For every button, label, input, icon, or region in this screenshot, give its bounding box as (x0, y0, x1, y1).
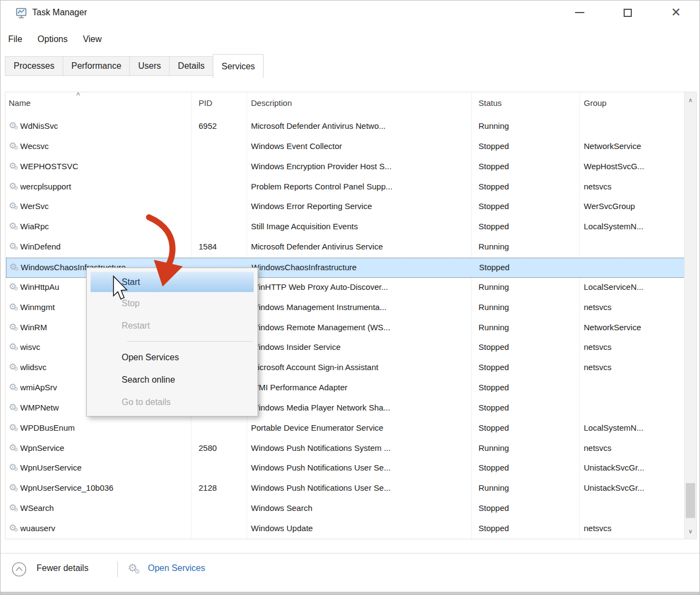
cell-status: Stopped (478, 523, 509, 533)
tab-strip: ProcessesPerformanceUsersDetailsServices (5, 54, 264, 78)
service-gear-icon (9, 422, 19, 433)
cell-status: Running (478, 302, 509, 312)
context-menu-separator (127, 341, 253, 342)
table-row[interactable]: WpnUserService_10b036 2128 Windows Push … (6, 479, 685, 499)
cell-pid: 1584 (199, 242, 217, 251)
cell-description: Microsoft Account Sign-in Assistant (251, 362, 378, 372)
scrollbar-thumb[interactable] (686, 483, 695, 518)
tab-services[interactable]: Services (213, 54, 264, 78)
cell-group: LocalSystemN... (584, 423, 643, 432)
cell-description: Microsoft Defender Antivirus Service (251, 242, 383, 251)
table-row[interactable]: wuauserv Windows Update Stopped netsvcs (6, 519, 685, 539)
column-header-pid[interactable]: PID (199, 98, 212, 108)
menu-bar: FileOptionsView (1, 27, 101, 52)
cell-description: Windows Remote Management (WS... (251, 323, 390, 332)
cell-status: Stopped (478, 503, 509, 513)
cell-group: UnistackSvcGr... (584, 483, 644, 492)
service-gear-icon (9, 402, 19, 413)
service-context-menu: StartStopRestartOpen ServicesSearch onli… (86, 267, 258, 416)
cell-description: Windows Push Notifications User Se... (251, 463, 391, 472)
tab-performance[interactable]: Performance (63, 56, 130, 76)
title-bar: Task Manager (1, 1, 699, 27)
tab-users[interactable]: Users (129, 56, 170, 76)
context-menu-item-open-services[interactable]: Open Services (87, 346, 258, 368)
table-row[interactable]: WSearch Windows Search Stopped (6, 499, 685, 519)
scroll-up-icon[interactable] (685, 93, 696, 106)
tab-processes[interactable]: Processes (5, 56, 63, 76)
cell-description: Windows Push Notifications User Se... (251, 483, 391, 492)
service-gear-icon (9, 502, 19, 513)
cell-status: Stopped (478, 383, 509, 392)
cell-group: WerSvcGroup (584, 201, 635, 211)
service-gear-icon (9, 140, 19, 151)
cell-status: Stopped (478, 362, 509, 372)
fewer-details-icon[interactable] (11, 562, 27, 577)
maximize-icon (624, 9, 632, 17)
cell-description: Windows Error Reporting Service (251, 201, 372, 211)
table-row[interactable]: WdNisSvc 6952 Microsoft Defender Antivir… (6, 117, 685, 137)
column-header-status[interactable]: Status (478, 98, 502, 108)
table-row[interactable]: WerSvc Windows Error Reporting Service S… (6, 197, 685, 217)
column-header-description[interactable]: Description (251, 98, 292, 108)
context-menu-item-search-online[interactable]: Search online (87, 368, 258, 391)
minimize-button[interactable] (567, 1, 592, 25)
cell-description: WMI Performance Adapter (251, 383, 348, 392)
footer-divider (1, 553, 699, 554)
cell-status: Stopped (479, 263, 510, 272)
cell-name: WinHttpAu (20, 282, 59, 291)
table-row[interactable]: WpnService 2580 Windows Push Notificatio… (6, 439, 685, 459)
cell-name: WMPNetw (20, 403, 59, 412)
minimize-icon (575, 12, 584, 13)
cell-group: netsvcs (584, 523, 612, 533)
service-gear-icon (9, 301, 19, 312)
table-row[interactable]: Wecsvc Windows Event Collector Stopped N… (6, 137, 685, 157)
window-bottom-edge (1, 592, 699, 595)
cell-name: wmiApSrv (20, 383, 57, 392)
context-menu-item-start[interactable]: Start (91, 272, 254, 292)
scroll-down-icon[interactable] (685, 525, 696, 538)
cell-description: Windows Event Collector (251, 141, 342, 151)
cell-status: Stopped (478, 141, 509, 151)
close-button[interactable] (663, 1, 689, 25)
cell-status: Stopped (478, 182, 509, 191)
fewer-details-button[interactable]: Fewer details (37, 563, 88, 573)
service-gear-icon (9, 181, 19, 192)
cell-group: UnistackSvcGr... (584, 463, 644, 472)
service-gear-icon (9, 442, 19, 453)
task-manager-window: Task Manager FileOptionsView ProcessesPe… (0, 0, 700, 595)
menu-options[interactable]: Options (38, 34, 68, 44)
cell-name: WinDefend (20, 242, 61, 251)
column-header-name[interactable]: Name (9, 98, 31, 108)
cell-group: netsvcs (584, 362, 612, 372)
cell-description: Windows Media Player Network Sha... (251, 403, 390, 412)
table-row[interactable]: WinDefend 1584 Microsoft Defender Antivi… (6, 237, 685, 258)
table-row[interactable]: WiaRpc Still Image Acquisition Events St… (6, 217, 685, 237)
cell-description: Windows Search (251, 503, 313, 513)
cell-name: WPDBusEnum (20, 423, 75, 432)
cell-group: LocalSystemN... (584, 222, 643, 231)
menu-view[interactable]: View (83, 34, 101, 44)
cell-description: Windows Encryption Provider Host S... (251, 162, 392, 171)
table-row[interactable]: WpnUserService Windows Push Notification… (6, 459, 685, 479)
menu-file[interactable]: File (8, 34, 22, 44)
open-services-link[interactable]: Open Services (148, 563, 205, 573)
tab-details[interactable]: Details (169, 56, 213, 76)
table-row[interactable]: wercplsupport Problem Reports Control Pa… (6, 177, 685, 198)
cell-name: wisvc (20, 342, 40, 352)
services-gear-icon (128, 561, 141, 575)
table-row[interactable]: WPDBusEnum Portable Device Enumerator Se… (6, 419, 685, 439)
cell-description: Problem Reports Control Panel Supp... (251, 182, 392, 191)
service-gear-icon (9, 341, 19, 352)
cell-name: WerSvc (20, 201, 49, 211)
service-gear-icon (9, 241, 19, 252)
maximize-button[interactable] (615, 1, 640, 25)
cell-status: Running (478, 242, 509, 251)
cell-group: netsvcs (584, 443, 612, 453)
vertical-scrollbar[interactable] (684, 92, 696, 539)
service-gear-icon (9, 462, 19, 473)
cell-name: WinRM (20, 323, 47, 332)
cell-name: WpnService (20, 443, 64, 453)
table-row[interactable]: WEPHOSTSVC Windows Encryption Provider H… (6, 157, 685, 177)
cell-name: WEPHOSTSVC (20, 162, 79, 171)
column-header-group[interactable]: Group (584, 98, 607, 108)
